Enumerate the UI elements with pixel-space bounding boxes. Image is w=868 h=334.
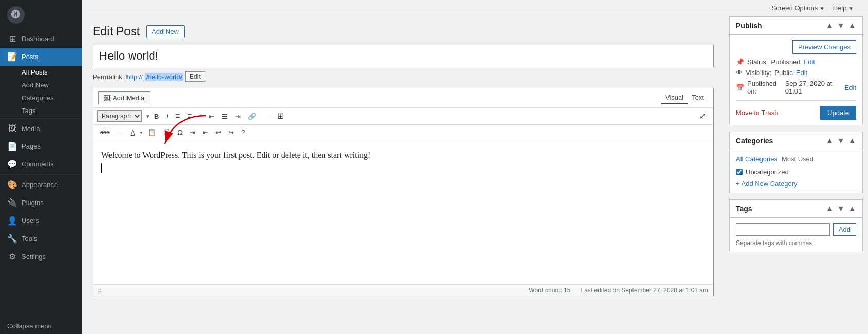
paragraph-select[interactable]: Paragraph (97, 110, 142, 122)
fullscreen-button[interactable]: ⤢ (696, 110, 709, 122)
sidebar-item-tools[interactable]: 🔧 Tools (0, 230, 82, 248)
publish-actions: Move to Trash Update (736, 100, 856, 120)
bold-button[interactable]: B (151, 111, 162, 122)
tab-all-categories[interactable]: All Categories (736, 155, 777, 163)
add-new-button[interactable]: Add New (146, 25, 185, 38)
publish-metabox-controls: ▲ ▼ ▲ (825, 21, 856, 30)
appearance-icon: 🎨 (7, 180, 17, 190)
update-button[interactable]: Update (820, 106, 856, 120)
permalink-base[interactable]: http:// (126, 73, 143, 81)
tab-most-used[interactable]: Most Used (782, 155, 813, 163)
word-count: Word count: 15 (529, 287, 570, 294)
posts-icon: 📝 (7, 52, 17, 62)
font-color-button[interactable]: A (128, 127, 138, 138)
publish-close[interactable]: ▲ (848, 21, 856, 30)
categories-metabox-body: All Categories Most Used Uncategorized +… (730, 150, 862, 193)
horizontal-rule-button[interactable]: — (114, 127, 126, 138)
collapse-menu[interactable]: Collapse menu (0, 318, 82, 334)
categories-close[interactable]: ▲ (848, 136, 856, 145)
sidebar-item-dashboard[interactable]: ⊞ Dashboard (0, 30, 82, 48)
wp-logo: 🅦 (0, 0, 82, 30)
redo-button[interactable]: ↪ (225, 127, 237, 138)
permalink-slug-link[interactable]: /hello-world/ (146, 73, 182, 81)
outdent-button[interactable]: ⇤ (200, 127, 211, 138)
more-tag-button[interactable]: — (260, 111, 273, 122)
align-right-button[interactable]: ⇥ (232, 111, 244, 122)
published-edit[interactable]: Edit (845, 84, 856, 91)
sidebar-item-label: Dashboard (22, 35, 55, 43)
visibility-edit[interactable]: Edit (796, 69, 807, 77)
publish-status-edit[interactable]: Edit (804, 58, 815, 66)
categories-collapse-down[interactable]: ▼ (837, 136, 845, 145)
add-media-button[interactable]: 🖼 Add Media (98, 91, 150, 104)
permalink-row: Permalink: http:// /hello-world/ Edit (93, 71, 714, 82)
sidebar-item-appearance[interactable]: 🎨 Appearance (0, 176, 82, 194)
italic-button[interactable]: I (163, 111, 171, 122)
visibility-value: Public (774, 69, 792, 77)
tools-icon: 🔧 (7, 234, 17, 244)
status-pin-icon: 📌 (736, 58, 744, 66)
add-new-category-link[interactable]: + Add New Category (736, 180, 798, 188)
tab-text[interactable]: Text (688, 91, 708, 104)
category-label-uncategorized: Uncategorized (746, 168, 789, 176)
tags-collapse-up[interactable]: ▲ (825, 204, 834, 213)
calendar-icon: 📅 (736, 84, 744, 91)
editor-content[interactable]: Welcome to WordPress. This is your first… (93, 140, 713, 284)
edit-permalink-button[interactable]: Edit (185, 71, 205, 82)
categories-metabox-controls: ▲ ▼ ▲ (825, 136, 856, 145)
screen-options-arrow: ▼ (820, 6, 825, 11)
tab-visual[interactable]: Visual (661, 91, 688, 104)
align-center-button[interactable]: ☰ (219, 111, 231, 122)
visibility-eye-icon: 👁 (736, 69, 743, 77)
sidebar-item-posts[interactable]: 📝 Posts (0, 48, 82, 66)
preview-changes-button[interactable]: Preview Changes (792, 40, 856, 54)
editor-footer: p Word count: 15 Last edited on Septembe… (93, 284, 713, 296)
categories-collapse-up[interactable]: ▲ (825, 136, 834, 145)
blockquote-button[interactable]: “ (196, 111, 205, 122)
publish-visibility-row: 👁 Visibility: Public Edit (736, 69, 856, 77)
tags-input[interactable] (736, 223, 830, 236)
indent-button[interactable]: ⇥ (187, 127, 198, 138)
help-arrow: ▼ (848, 6, 854, 11)
undo-button[interactable]: ↩ (212, 127, 224, 138)
sidebar-item-media[interactable]: 🖼 Media (0, 120, 82, 137)
editor-wrapper: 🖼 Add Media Visual Text Paragraph (93, 88, 714, 296)
page-title: Edit Post (93, 25, 140, 39)
sidebar-item-pages[interactable]: 📄 Pages (0, 137, 82, 155)
ordered-list-button[interactable]: ≡ (184, 110, 195, 122)
publish-collapse-down[interactable]: ▼ (837, 21, 845, 30)
sidebar-item-plugins[interactable]: 🔌 Plugins (0, 194, 82, 212)
sidebar-item-users[interactable]: 👤 Users (0, 212, 82, 230)
keyboard-help-button[interactable]: ? (238, 127, 248, 138)
category-item: Uncategorized (736, 168, 856, 176)
publish-collapse-up[interactable]: ▲ (825, 21, 834, 30)
move-to-trash-link[interactable]: Move to Trash (736, 109, 778, 117)
sidebar-subitem-categories[interactable]: Categories (0, 91, 82, 104)
dashboard-icon: ⊞ (7, 34, 17, 44)
help-button[interactable]: Help ▼ (829, 2, 858, 14)
publish-status-row: 📌 Status: Published Edit (736, 58, 856, 66)
sidebar-subitem-tags[interactable]: Tags (0, 104, 82, 117)
unordered-list-button[interactable]: ≡ (172, 110, 183, 122)
align-left-button[interactable]: ⇤ (206, 111, 218, 122)
category-checkbox-uncategorized[interactable] (736, 169, 743, 175)
post-title-input[interactable] (93, 45, 714, 67)
strikethrough-button[interactable]: abc (97, 127, 113, 137)
sidebar-item-settings[interactable]: ⚙ Settings (0, 248, 82, 266)
screen-options-button[interactable]: Screen Options ▼ (768, 2, 829, 14)
main-content: Edit Post Add New Permalink: http:// /he… (82, 16, 724, 334)
tags-add-button[interactable]: Add (833, 223, 856, 236)
publish-metabox-header: Publish ▲ ▼ ▲ (730, 17, 862, 35)
sidebar-subitem-all-posts[interactable]: All Posts (0, 66, 82, 79)
p-tag-indicator: p (98, 287, 102, 294)
sidebar-item-comments[interactable]: 💬 Comments (0, 155, 82, 173)
clear-format-button[interactable]: 🚫 (160, 127, 173, 137)
tags-close[interactable]: ▲ (848, 204, 856, 213)
link-button[interactable]: 🔗 (245, 111, 259, 122)
tags-collapse-down[interactable]: ▼ (837, 204, 845, 213)
sidebar-subitem-add-new[interactable]: Add New (0, 79, 82, 91)
special-char-button[interactable]: Ω (174, 127, 186, 138)
sidebar-item-label: Tools (22, 235, 37, 243)
paste-text-button[interactable]: 📋 (144, 127, 159, 138)
toolbar-toggle-button[interactable]: ⊞ (274, 110, 287, 122)
